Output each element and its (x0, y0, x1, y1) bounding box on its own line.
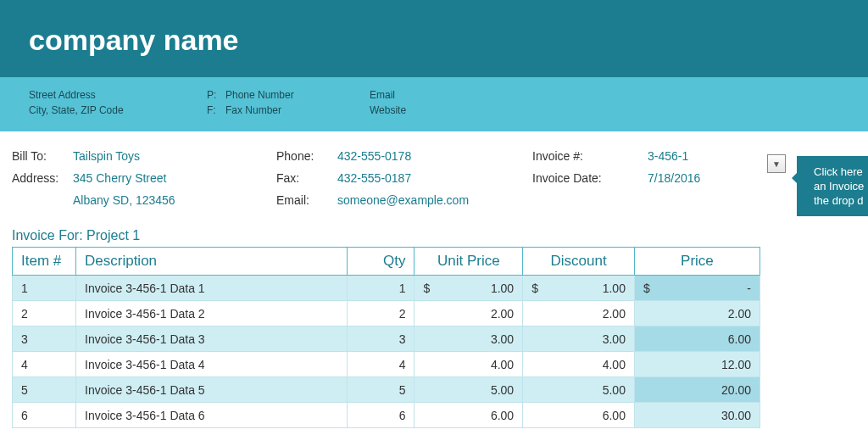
cell-discount[interactable]: $1.00 (523, 276, 635, 301)
cell-qty[interactable]: 5 (348, 377, 415, 403)
city-state-zip: City, State, ZIP Code (29, 104, 207, 116)
cell-description[interactable]: Invoice 3-456-1 Data 6 (76, 403, 348, 428)
invoice-no: 3-456-1 (648, 147, 749, 165)
table-row[interactable]: 3Invoice 3-456-1 Data 333.003.006.00 (13, 326, 760, 352)
cell-qty[interactable]: 6 (348, 403, 415, 428)
bill-fax: 432-555-0187 (337, 169, 532, 187)
bill-email: someone@example.com (337, 191, 532, 209)
street-address: Street Address (29, 89, 207, 101)
phone-label: Phone: (276, 147, 337, 165)
col-qty[interactable]: Qty (348, 248, 415, 276)
p-label: P: (207, 89, 225, 101)
cell-discount[interactable]: 2.00 (523, 301, 635, 326)
header-light: Street Address City, State, ZIP Code P: … (0, 77, 868, 131)
cell-item[interactable]: 1 (13, 276, 76, 301)
tooltip-line2: an Invoice (814, 180, 864, 192)
cell-description[interactable]: Invoice 3-456-1 Data 4 (76, 352, 348, 377)
header-dark: company name (0, 0, 868, 77)
email-label: Email: (276, 191, 337, 209)
cell-qty[interactable]: 4 (348, 352, 415, 377)
chevron-down-icon: ▼ (772, 159, 781, 169)
tooltip-line3: the drop d (814, 194, 864, 207)
table-row[interactable]: 6Invoice 3-456-1 Data 666.006.0030.00 (13, 403, 760, 428)
invoice-date: 7/18/2016 (648, 169, 749, 187)
cell-price[interactable]: 30.00 (634, 403, 760, 428)
email-placeholder: Email (370, 89, 522, 101)
cell-price[interactable]: 2.00 (634, 301, 760, 326)
cell-discount[interactable]: 6.00 (523, 403, 635, 428)
fax-label: Fax: (276, 169, 337, 187)
invoice-no-label: Invoice #: (532, 147, 648, 165)
cell-item[interactable]: 6 (13, 403, 76, 428)
bill-phone: 432-555-0178 (337, 147, 532, 165)
cell-discount[interactable]: 4.00 (523, 352, 635, 377)
cell-item[interactable]: 4 (13, 352, 76, 377)
table-row[interactable]: 5Invoice 3-456-1 Data 555.005.0020.00 (13, 377, 760, 403)
cell-unit-price[interactable]: $1.00 (415, 276, 523, 301)
cell-price[interactable]: 12.00 (634, 352, 760, 377)
cell-unit-price[interactable]: 6.00 (415, 403, 523, 428)
col-discount[interactable]: Discount (523, 248, 635, 276)
cell-description[interactable]: Invoice 3-456-1 Data 3 (76, 326, 348, 352)
address-label: Address: (12, 169, 73, 187)
f-label: F: (207, 104, 225, 116)
bill-info: Bill To: Tailspin Toys Phone: 432-555-01… (0, 131, 868, 209)
cell-unit-price[interactable]: 3.00 (415, 326, 523, 352)
cell-description[interactable]: Invoice 3-456-1 Data 5 (76, 377, 348, 403)
col-item[interactable]: Item # (13, 248, 76, 276)
table-row[interactable]: 4Invoice 3-456-1 Data 444.004.0012.00 (13, 352, 760, 377)
cell-item[interactable]: 5 (13, 377, 76, 403)
col-unit-price[interactable]: Unit Price (415, 248, 523, 276)
dropdown-tooltip: Click here an Invoice the drop d (797, 156, 868, 216)
website-placeholder: Website (370, 104, 522, 116)
cell-description[interactable]: Invoice 3-456-1 Data 2 (76, 301, 348, 326)
table-row[interactable]: 1Invoice 3-456-1 Data 11$1.00$1.00$- (13, 276, 760, 301)
col-price[interactable]: Price (634, 248, 760, 276)
bill-addr2: Albany SD, 123456 (73, 191, 276, 209)
tooltip-line1: Click here (814, 165, 863, 178)
fax-placeholder: Fax Number (225, 104, 370, 116)
cell-qty[interactable]: 2 (348, 301, 415, 326)
cell-unit-price[interactable]: 2.00 (415, 301, 523, 326)
cell-price[interactable]: 6.00 (634, 326, 760, 352)
phone-placeholder: Phone Number (225, 89, 370, 101)
table-row[interactable]: 2Invoice 3-456-1 Data 222.002.002.00 (13, 301, 760, 326)
invoice-date-label: Invoice Date: (532, 169, 648, 187)
col-description[interactable]: Description (76, 248, 348, 276)
cell-item[interactable]: 2 (13, 301, 76, 326)
cell-discount[interactable]: 3.00 (523, 326, 635, 352)
cell-item[interactable]: 3 (13, 326, 76, 352)
cell-description[interactable]: Invoice 3-456-1 Data 1 (76, 276, 348, 301)
company-name: company name (29, 24, 839, 57)
bill-to-name: Tailspin Toys (73, 147, 276, 165)
invoice-table: Item # Description Qty Unit Price Discou… (12, 247, 760, 428)
invoice-for-heading: Invoice For: Project 1 (0, 213, 868, 247)
cell-price[interactable]: 20.00 (634, 377, 760, 403)
cell-qty[interactable]: 1 (348, 276, 415, 301)
bill-to-label: Bill To: (12, 147, 73, 165)
cell-unit-price[interactable]: 5.00 (415, 377, 523, 403)
cell-qty[interactable]: 3 (348, 326, 415, 352)
cell-price[interactable]: $- (634, 276, 760, 301)
cell-unit-price[interactable]: 4.00 (415, 352, 523, 377)
cell-discount[interactable]: 5.00 (523, 377, 635, 403)
bill-addr1: 345 Cherry Street (73, 169, 276, 187)
